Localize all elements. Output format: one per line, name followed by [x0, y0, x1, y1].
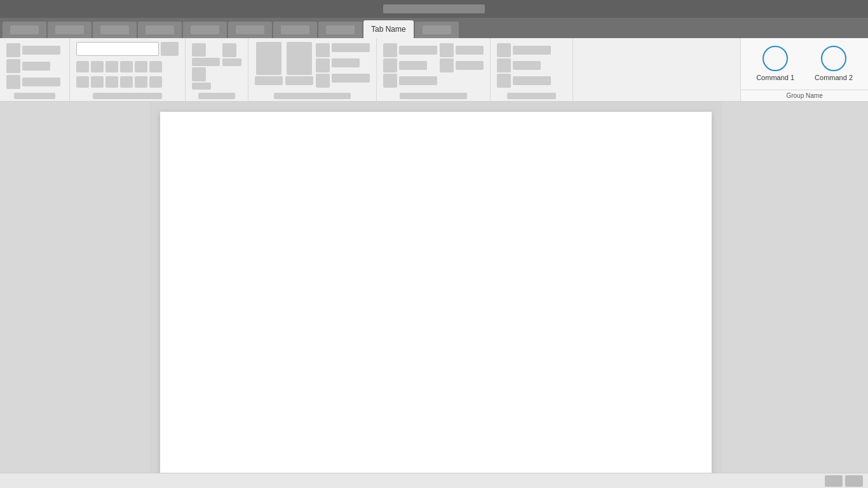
sec4-label-1	[255, 76, 283, 85]
ribbon-icon-1	[6, 43, 20, 57]
format-btn-8[interactable]	[91, 76, 104, 88]
ribbon-command-group: Command 1 Command 2 Group Name	[740, 38, 868, 101]
command-buttons: Command 1 Command 2	[741, 43, 868, 84]
left-sidebar	[0, 102, 150, 473]
format-btn-3[interactable]	[105, 61, 118, 72]
sec3-ph-3	[222, 58, 241, 66]
document-area[interactable]	[150, 102, 722, 473]
tab-name[interactable]: Tab Name	[363, 20, 414, 38]
tab-6[interactable]	[228, 22, 272, 38]
sec4-large-icon-1	[256, 42, 281, 75]
ribbon: Command 1 Command 2 Group Name	[0, 38, 868, 102]
tab-10[interactable]	[415, 22, 459, 38]
tab-1[interactable]	[3, 22, 46, 38]
ribbon-ph-1	[22, 46, 60, 55]
ribbon-section-4	[248, 38, 377, 101]
format-btn-10[interactable]	[120, 76, 133, 88]
group-name: Group Name	[741, 90, 868, 101]
tab-2[interactable]	[48, 22, 92, 38]
title-bar	[0, 0, 868, 18]
ribbon-icon-2	[6, 59, 20, 73]
tab-8[interactable]	[318, 22, 362, 38]
sec3-icon-1	[192, 43, 206, 57]
sec4-ph-3	[332, 74, 370, 83]
sec6-ph-3	[513, 76, 551, 85]
command-1-icon	[763, 46, 788, 71]
ribbon-btn-1[interactable]	[161, 42, 179, 56]
status-btn-1[interactable]	[825, 475, 843, 487]
sec6-ph-1	[513, 46, 551, 55]
sec3-icon-2	[192, 67, 206, 81]
section-6-label	[507, 93, 556, 99]
sec6-ph-2	[513, 61, 541, 70]
document-page	[160, 112, 712, 473]
sec6-icon-1	[497, 43, 511, 57]
ribbon-section-6	[491, 38, 573, 101]
tab-3[interactable]	[93, 22, 137, 38]
tab-4[interactable]	[138, 22, 182, 38]
ribbon-ph-3	[22, 78, 60, 86]
ribbon-sections	[0, 38, 740, 101]
sec4-icon-1	[316, 43, 330, 57]
section-3-label	[198, 93, 236, 99]
section-4-label	[274, 93, 351, 99]
command-1-button[interactable]: Command 1	[746, 43, 804, 84]
tab-5[interactable]	[183, 22, 227, 38]
format-btn-4[interactable]	[120, 61, 133, 72]
command-1-label: Command 1	[756, 74, 794, 81]
format-btn-2[interactable]	[91, 61, 104, 72]
format-btn-6[interactable]	[149, 61, 162, 72]
sec3-ph-1	[192, 58, 220, 66]
ribbon-section-2	[70, 38, 186, 101]
sec5-ph-5	[456, 61, 484, 70]
command-2-button[interactable]: Command 2	[804, 43, 863, 84]
sec4-label-2	[285, 76, 313, 85]
sec3-icon-3	[222, 43, 236, 57]
right-sidebar	[722, 102, 868, 473]
sec5-ph-4	[456, 46, 484, 55]
sec6-icon-2	[497, 58, 511, 72]
sec5-icon-1	[383, 43, 397, 57]
sec4-icon-2	[316, 58, 330, 72]
status-bar	[0, 473, 868, 488]
format-btn-7[interactable]	[76, 76, 89, 88]
ribbon-section-3	[186, 38, 248, 101]
tab-7[interactable]	[273, 22, 317, 38]
sec6-icon-3	[497, 74, 511, 88]
format-btn-9[interactable]	[105, 76, 118, 88]
sec4-ph-1	[332, 43, 370, 52]
status-btn-2[interactable]	[845, 475, 863, 487]
sec4-ph-2	[332, 58, 360, 67]
ribbon-section-1	[0, 38, 70, 101]
sec5-icon-2	[383, 58, 397, 72]
section-5-label	[400, 93, 468, 99]
sec4-icon-3	[316, 74, 330, 88]
sec4-large-icon-2	[287, 42, 312, 75]
format-btn-5[interactable]	[135, 61, 147, 72]
sec5-ph-1	[399, 46, 437, 55]
sec5-icon-4	[440, 43, 454, 57]
format-btn-12[interactable]	[149, 76, 162, 88]
ribbon-input[interactable]	[76, 42, 159, 56]
sec5-icon-3	[383, 74, 397, 88]
sec3-ph-2	[192, 83, 211, 90]
ribbon-icon-3	[6, 75, 20, 89]
sec5-ph-2	[399, 61, 427, 70]
section-2-label	[93, 93, 162, 99]
format-btn-1[interactable]	[76, 61, 89, 72]
title-bar-text	[383, 4, 485, 13]
sec5-icon-5	[440, 58, 454, 72]
sec5-ph-3	[399, 76, 437, 85]
command-2-label: Command 2	[815, 74, 853, 81]
format-btn-11[interactable]	[135, 76, 147, 88]
tab-bar: Tab Name	[0, 18, 868, 38]
command-2-icon	[821, 46, 846, 71]
ribbon-section-5	[377, 38, 491, 101]
ribbon-ph-2	[22, 62, 50, 71]
section-1-label	[14, 93, 55, 99]
main-area	[0, 102, 868, 473]
